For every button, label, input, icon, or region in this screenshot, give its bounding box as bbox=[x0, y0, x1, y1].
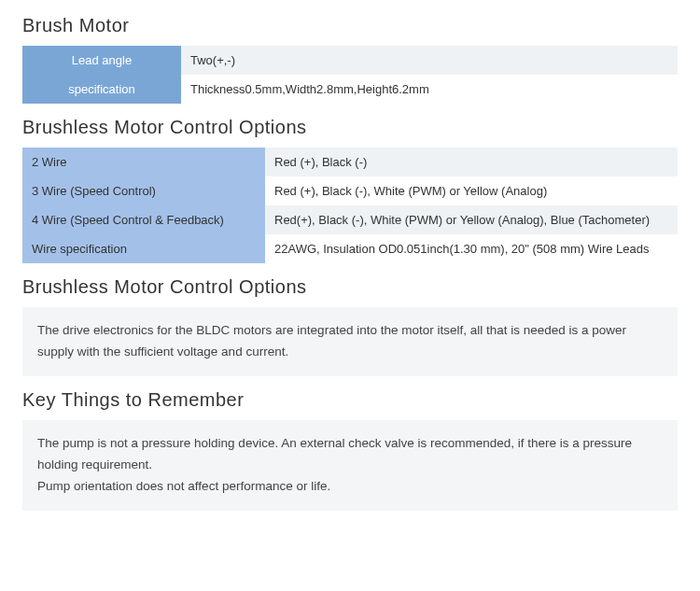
info-box-key-things: The pump is not a pressure holding devic… bbox=[22, 420, 678, 511]
cell-label: 3 Wire (Speed Control) bbox=[22, 176, 265, 205]
cell-label: Wire specification bbox=[22, 234, 265, 263]
info-text-line2: Pump orientation does not affect perform… bbox=[37, 476, 663, 498]
cell-label: specification bbox=[22, 75, 181, 104]
cell-label: 2 Wire bbox=[22, 148, 265, 176]
cell-label: Lead angle bbox=[22, 46, 181, 75]
brushless-options-table: 2 Wire Red (+), Black (-) 3 Wire (Speed … bbox=[22, 148, 678, 263]
cell-value: Red (+), Black (-) bbox=[265, 148, 678, 176]
cell-value: Red(+), Black (-), White (PWM) or Yellow… bbox=[265, 205, 678, 234]
section-title-brushless-options-table: Brushless Motor Control Options bbox=[22, 117, 678, 138]
info-text-line1: The pump is not a pressure holding devic… bbox=[37, 433, 663, 476]
cell-value: Thickness0.5mm,Width2.8mm,Height6.2mm bbox=[181, 75, 678, 104]
table-row: Lead angle Two(+,-) bbox=[22, 46, 678, 75]
section-title-brush-motor: Brush Motor bbox=[22, 15, 678, 36]
cell-value: Red (+), Black (-), White (PWM) or Yello… bbox=[265, 176, 678, 205]
table-row: 3 Wire (Speed Control) Red (+), Black (-… bbox=[22, 176, 678, 205]
table-row: specification Thickness0.5mm,Width2.8mm,… bbox=[22, 75, 678, 104]
cell-value: 22AWG, Insulation OD0.051inch(1.30 mm), … bbox=[265, 234, 678, 263]
table-row: Wire specification 22AWG, Insulation OD0… bbox=[22, 234, 678, 263]
section-title-brushless-options-text: Brushless Motor Control Options bbox=[22, 276, 678, 298]
cell-value: Two(+,-) bbox=[181, 46, 678, 75]
info-box-bldc: The drive electronics for the BLDC motor… bbox=[22, 307, 678, 376]
table-row: 2 Wire Red (+), Black (-) bbox=[22, 148, 678, 176]
brush-motor-table: Lead angle Two(+,-) specification Thickn… bbox=[22, 46, 678, 104]
table-row: 4 Wire (Speed Control & Feedback) Red(+)… bbox=[22, 205, 678, 234]
cell-label: 4 Wire (Speed Control & Feedback) bbox=[22, 205, 265, 234]
section-title-key-things: Key Things to Remember bbox=[22, 389, 678, 411]
